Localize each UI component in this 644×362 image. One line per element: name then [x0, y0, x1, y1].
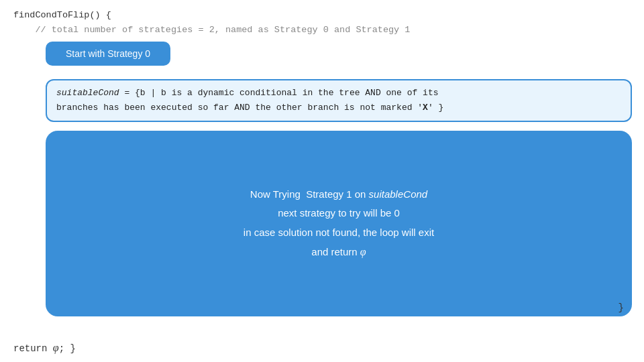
suitablecond-line2: branches has been executed so far AND th… [56, 101, 621, 115]
return-line: return φ; } [13, 342, 76, 354]
main-box-line4: and return φ [244, 242, 434, 262]
code-line-1: findCondToFlip() { [13, 8, 631, 23]
main-box-line1: Now Trying Strategy 1 on suitableCond [244, 185, 434, 204]
main-box-line3: in case solution not found, the loop wil… [244, 223, 434, 243]
code-line-comment: // total number of strategies = 2, named… [13, 23, 631, 38]
closing-brace: } [619, 302, 624, 313]
strategy0-tooltip: Start with Strategy 0 [46, 42, 170, 66]
main-strategy-box: Now Trying Strategy 1 on suitableCond ne… [46, 131, 632, 316]
main-box-line2: next strategy to try will be 0 [244, 204, 434, 223]
suitablecond-line1: suitableCond = {b | b is a dynamic condi… [56, 86, 621, 101]
main-box-content: Now Trying Strategy 1 on suitableCond ne… [244, 185, 434, 263]
suitablecond-box: suitableCond = {b | b is a dynamic condi… [46, 79, 632, 122]
